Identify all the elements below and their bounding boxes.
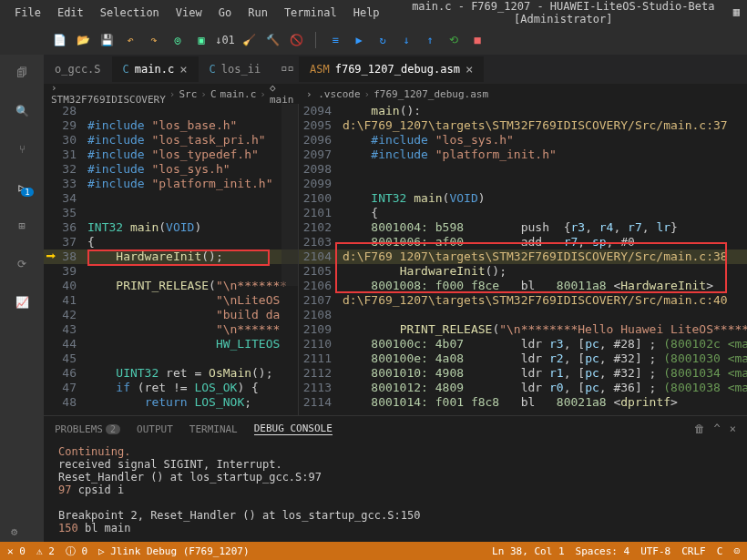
status-eol[interactable]: CRLF [681, 545, 706, 557]
code-line[interactable]: 29#include "los_base.h" [44, 118, 298, 133]
clean-icon[interactable]: 🧹 [240, 32, 257, 48]
close-panel-icon[interactable]: × [730, 423, 736, 435]
status-spaces[interactable]: Spaces: 4 [576, 545, 630, 557]
debug-console-output[interactable]: Continuing.received signal SIGINT, Inter… [44, 442, 747, 542]
code-line[interactable]: 2107d:\F769_1207\targets\STM32F769IDISCO… [299, 293, 747, 308]
code-line[interactable]: 2106 8001008: f000 f8ce bl 80011a8 <Hard… [299, 279, 747, 293]
forbid-icon[interactable]: 🚫 [288, 32, 304, 48]
code-line[interactable]: 46 UINT32 ret = OsMain(); [44, 366, 298, 381]
step-over-icon[interactable]: ↻ [374, 32, 391, 48]
code-line[interactable]: 40 PRINT_RELEASE("\n******* [44, 279, 298, 293]
code-line[interactable]: 2095d:\F769_1207\targets\STM32F769IDISCO… [299, 118, 747, 133]
code-line[interactable]: 36INT32 main(VOID) [44, 220, 298, 235]
code-line[interactable]: 2112 8001010: 4908 ldr r1, [pc, #32] ; (… [299, 366, 747, 381]
code-line[interactable]: 32#include "los_sys.h" [44, 162, 298, 177]
menu-view[interactable]: View [169, 4, 210, 22]
code-line[interactable]: 31#include "los_typedef.h" [44, 148, 298, 162]
restart-icon[interactable]: ⟲ [445, 32, 462, 48]
breadcrumb-right[interactable]: › .vscode › f769_1207_debug.asm [299, 84, 747, 104]
code-line[interactable]: 2110 800100c: 4b07 ldr r3, [pc, #28] ; (… [299, 337, 747, 351]
redo-icon[interactable]: ↷ [146, 32, 162, 48]
code-line[interactable]: 37{ [44, 235, 298, 249]
tab-f769_1207_debug.asm[interactable]: ASMf769_1207_debug.asm× [299, 56, 484, 82]
menu-file[interactable]: File [7, 4, 48, 22]
code-line[interactable]: 2109 PRINT_RELEASE("\n********Hello Huaw… [299, 322, 747, 337]
graph-icon[interactable]: 📈 [11, 291, 33, 313]
step-into-icon[interactable]: ↓ [398, 32, 414, 48]
panel-tab-problems[interactable]: PROBLEMS2 [55, 423, 120, 435]
menu-terminal[interactable]: Terminal [277, 4, 344, 22]
settings-icon[interactable]: ⚙ [11, 525, 17, 538]
code-line[interactable]: 44 HW_LITEOS [44, 337, 298, 351]
continue-icon[interactable]: ▶ [351, 32, 367, 48]
code-line[interactable]: 2114 8001014: f001 f8c8 bl 80021a8 <dpri… [299, 395, 747, 410]
code-line[interactable]: 47 if (ret != LOS_OK) { [44, 381, 298, 395]
code-line[interactable]: 2101 { [299, 206, 747, 220]
editor-left[interactable]: 2829#include "los_base.h"30#include "los… [44, 104, 299, 415]
save-icon[interactable]: 💾 [98, 32, 115, 48]
close-icon[interactable]: × [179, 62, 187, 76]
board-icon[interactable]: ▣ [193, 32, 210, 48]
sort-icon[interactable]: ↓01 [217, 32, 233, 48]
code-line[interactable]: 2105 HardwareInit(); [299, 264, 747, 279]
code-line[interactable]: 2097 #include "platform_init.h" [299, 148, 747, 162]
code-line[interactable]: 30#include "los_task_pri.h" [44, 133, 298, 148]
code-line[interactable]: 2098 [299, 162, 747, 177]
menu-go[interactable]: Go [211, 4, 239, 22]
clear-icon[interactable]: 🗑 [694, 423, 705, 435]
stop-icon[interactable]: ■ [469, 32, 486, 48]
build-icon[interactable]: 🔨 [264, 32, 281, 48]
code-line[interactable]: 41 "\nLiteOS [44, 293, 298, 308]
target-icon[interactable]: ◎ [169, 32, 186, 48]
open-folder-icon[interactable]: 📂 [75, 32, 91, 48]
code-line[interactable]: 33#include "platform_init.h" [44, 177, 298, 191]
sync-icon[interactable]: ⟳ [11, 253, 33, 275]
source-control-icon[interactable]: ⑂ [11, 138, 33, 160]
code-line[interactable]: 2100 INT32 main(VOID) [299, 191, 747, 206]
breadcrumb-left[interactable]: › STM32F769IDISCOVERY › Src › C main.c ›… [44, 84, 299, 104]
status-line-col[interactable]: Ln 38, Col 1 [492, 545, 564, 557]
code-line[interactable]: 2111 800100e: 4a08 ldr r2, [pc, #32] ; (… [299, 351, 747, 366]
search-icon[interactable]: 🔍 [11, 100, 33, 122]
explorer-icon[interactable]: 🗐 [11, 62, 33, 84]
code-line[interactable]: 48 return LOS_NOK; [44, 395, 298, 410]
minimap[interactable] [281, 104, 298, 286]
status-debug[interactable]: ▷ Jlink Debug (F769_1207) [98, 545, 250, 557]
tab-main.c[interactable]: Cmain.c× [112, 56, 199, 82]
code-line[interactable]: 28 [44, 104, 298, 118]
menu-run[interactable]: Run [240, 4, 275, 22]
list-icon[interactable]: ≡ [327, 32, 343, 48]
panel-tab-output[interactable]: OUTPUT [137, 423, 173, 435]
debug-icon[interactable]: ▷1 [11, 177, 33, 199]
code-line[interactable]: 2099 [299, 177, 747, 191]
code-line[interactable]: ⮕38 HardwareInit(); [44, 249, 298, 264]
status-language[interactable]: C [717, 545, 723, 557]
menu-help[interactable]: Help [346, 4, 387, 22]
code-line[interactable]: 45 [44, 351, 298, 366]
code-line[interactable]: 2108 [299, 308, 747, 322]
tab-o_gcc.S[interactable]: o_gcc.S [44, 56, 112, 82]
status-encoding[interactable]: UTF-8 [640, 545, 670, 557]
status-info[interactable]: ⓘ 0 [66, 545, 87, 558]
code-line[interactable]: 34 [44, 191, 298, 206]
new-file-icon[interactable]: 📄 [51, 32, 67, 48]
menu-selection[interactable]: Selection [93, 4, 167, 22]
tab-overflow-icon[interactable]: ▫▫ [271, 56, 299, 82]
code-line[interactable]: 2103 8001006: af00 add r7, sp, #0 [299, 235, 747, 249]
feedback-icon[interactable]: ☺ [733, 545, 740, 557]
menu-edit[interactable]: Edit [50, 4, 91, 22]
status-errors[interactable]: ✕ 0 [7, 545, 26, 557]
code-line[interactable]: 35 [44, 206, 298, 220]
panel-tab-debug-console[interactable]: DEBUG CONSOLE [254, 423, 333, 435]
panel-tab-terminal[interactable]: TERMINAL [189, 423, 238, 435]
maximize-icon[interactable]: ^ [714, 423, 721, 435]
editor-right[interactable]: 2094 main():2095d:\F769_1207\targets\STM… [299, 104, 747, 415]
code-line[interactable]: 2104d:\F769 1207\targets\STM32F769IDISCO… [299, 249, 747, 264]
tab-los_ii[interactable]: Clos_ii [199, 56, 272, 82]
code-line[interactable]: 39 [44, 264, 298, 279]
code-line[interactable]: 2113 8001012: 4809 ldr r0, [pc, #36] ; (… [299, 381, 747, 395]
code-line[interactable]: 42 "build da [44, 308, 298, 322]
extensions-icon[interactable]: ⊞ [11, 215, 33, 237]
code-line[interactable]: 2096 #include "los_sys.h" [299, 133, 747, 148]
code-line[interactable]: 2094 main(): [299, 104, 747, 118]
